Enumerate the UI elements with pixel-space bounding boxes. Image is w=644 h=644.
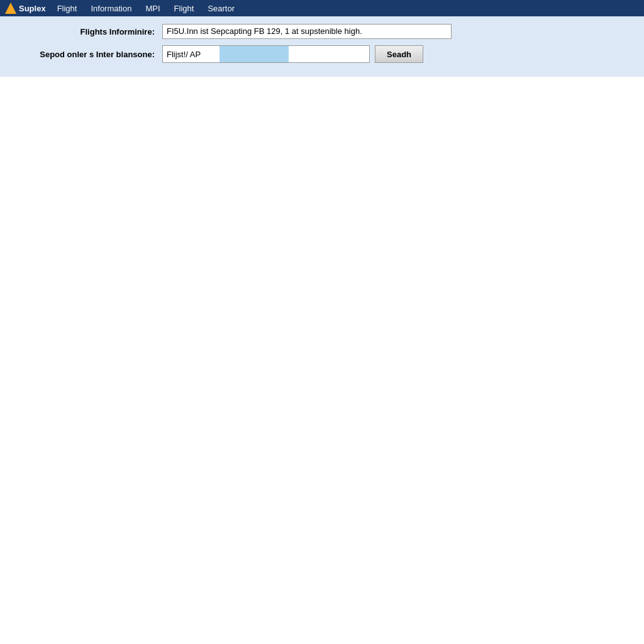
search-button[interactable]: Seadh bbox=[375, 45, 423, 63]
navbar: Suplex Flight Information MPI Flight Sea… bbox=[0, 0, 644, 16]
flights-info-value: FI5U.Inn ist Sepcapting FB 129, 1 at sup… bbox=[162, 24, 452, 39]
flights-info-label: Flights Informinire: bbox=[13, 27, 157, 36]
content-area: Flights Informinire: FI5U.Inn ist Sepcap… bbox=[0, 16, 644, 77]
nav-item-seartor[interactable]: Seartor bbox=[201, 2, 241, 15]
search-row: Sepod onler s Inter blansone: Seadh bbox=[13, 45, 631, 63]
nav-item-flight2[interactable]: Flight bbox=[168, 2, 201, 15]
search-label: Sepod onler s Inter blansone: bbox=[13, 50, 157, 59]
nav-item-information[interactable]: Information bbox=[84, 2, 138, 15]
navbar-menu: Flight Information MPI Flight Seartor bbox=[51, 2, 241, 15]
navbar-title: Suplex bbox=[19, 4, 46, 13]
navbar-brand: Suplex bbox=[5, 3, 46, 14]
warning-icon bbox=[5, 3, 16, 14]
search-input[interactable] bbox=[162, 45, 370, 63]
nav-item-mpi[interactable]: MPI bbox=[139, 2, 166, 15]
main-body bbox=[0, 77, 644, 630]
nav-item-flight1[interactable]: Flight bbox=[51, 2, 84, 15]
flights-info-row: Flights Informinire: FI5U.Inn ist Sepcap… bbox=[13, 24, 631, 39]
